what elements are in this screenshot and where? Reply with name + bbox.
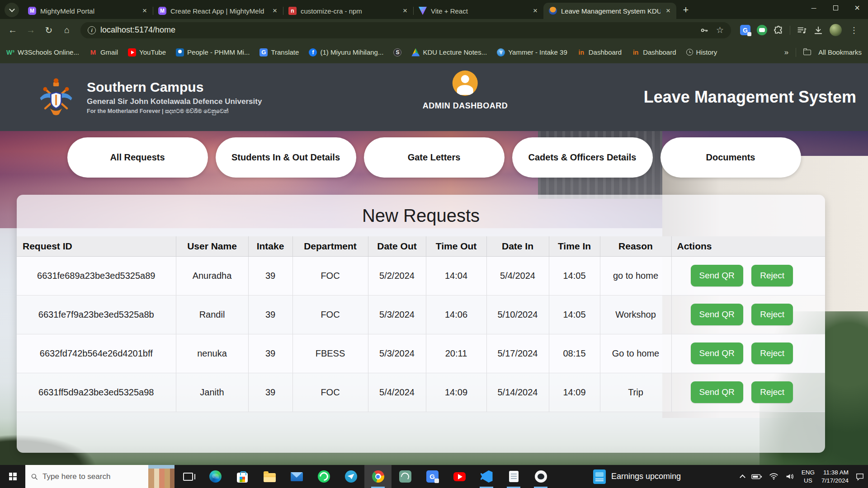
send-qr-button[interactable]: Send QR [691,304,743,325]
close-button[interactable]: × [846,0,868,15]
taskbar-vscode-icon[interactable] [473,465,500,488]
search-highlight-image[interactable] [148,465,175,488]
reject-button[interactable]: Reject [751,381,793,403]
column-header-date-out: Date Out [368,236,426,256]
browser-tab-customize-cra-npm[interactable]: customize-cra - npm × [283,3,413,19]
nav-pill-gate-letters[interactable]: Gate Letters [364,137,505,178]
taskbar-notepad-icon[interactable] [500,465,527,488]
bookmark-w3schools-online[interactable]: W3Schools Online... [6,48,79,56]
column-header-department: Department [292,236,368,256]
chatgpt-glyph-icon [399,470,411,483]
new-tab-button[interactable]: + [679,3,693,17]
tray-chevron-up-icon[interactable] [740,474,745,480]
reload-button[interactable]: ↻ [41,22,57,38]
admin-avatar[interactable] [453,70,478,96]
taskbar-chrome-icon[interactable] [364,465,392,488]
taskbar-telegram-icon[interactable] [337,465,364,488]
bookmark-label: Dashboard [589,48,622,56]
all-bookmarks-label[interactable]: All Bookmarks [818,48,862,56]
bookmark-star-icon[interactable]: ☆ [716,25,724,35]
browser-tab-create-react-app-mightymeld[interactable]: Create React App | MightyMeld × [153,3,283,19]
tab-title: Leave Management System KDU [561,7,660,15]
assistant-extension-icon[interactable] [757,25,767,35]
taskbar-store-icon[interactable] [229,465,256,488]
site-info-icon[interactable]: i [88,26,96,34]
nav-pill-students-in-out-details[interactable]: Students In & Out Details [216,137,356,178]
menu-kebab-icon[interactable]: ⋮ [848,25,860,35]
extensions-puzzle-icon[interactable] [774,25,783,35]
nav-pills: All RequestsStudents In & Out DetailsGat… [0,137,868,178]
password-key-icon[interactable] [699,26,709,35]
translate-glyph-icon [426,470,439,483]
tab-close-icon[interactable]: × [271,6,278,15]
bookmark-history[interactable]: History [686,48,717,56]
cell-reason: Workshop [600,295,671,334]
wifi-icon[interactable] [769,473,778,480]
home-button[interactable]: ⌂ [59,22,75,38]
yammer-icon [497,48,505,56]
media-controls-icon[interactable] [797,26,807,35]
send-qr-button[interactable]: Send QR [691,343,743,364]
tab-close-icon[interactable]: × [141,6,148,15]
bookmark-kdu-lecture-notes[interactable]: KDU Lecture Notes... [411,48,487,56]
bookmark-dashboard[interactable]: Dashboard [577,48,622,56]
column-header-time-in: Time In [549,236,600,256]
reject-button[interactable]: Reject [751,304,793,325]
minimize-button[interactable]: ─ [803,0,825,15]
notification-center-icon[interactable] [855,473,864,481]
bookmark-translate[interactable]: Translate [259,48,299,56]
taskbar-search[interactable] [25,465,148,488]
start-button[interactable] [0,465,25,488]
bookmark-globe[interactable] [393,48,401,56]
taskbar-task-view-icon[interactable] [175,465,202,488]
address-bar[interactable]: i localhost:5174/home ☆ [80,22,731,38]
bookmark-people-phmm-mi[interactable]: People - PHMM Mi... [176,48,250,56]
browser-tab-mightymeld-portal[interactable]: MightyMeld Portal × [23,3,153,19]
taskbar-edge-icon[interactable] [202,465,229,488]
clock[interactable]: 11:38 AM 7/17/2024 [821,469,849,484]
bookmark-1-miyuru-mihilang[interactable]: (1) Miyuru Mihilang... [309,48,383,56]
mail-glyph-icon [291,472,303,481]
bookmark-gmail[interactable]: Gmail [89,48,118,56]
taskbar-github-icon[interactable] [527,465,554,488]
bookmarks-right: » All Bookmarks [784,48,862,57]
profile-avatar[interactable] [830,24,842,36]
tab-search-button[interactable] [5,3,19,17]
reject-button[interactable]: Reject [751,265,793,286]
send-qr-button[interactable]: Send QR [691,265,743,286]
downloads-icon[interactable] [813,26,823,35]
cell-id: 6632fd742b564e26d4201bff [17,334,176,373]
tab-close-icon[interactable]: × [532,6,539,15]
browser-tab-vite-react[interactable]: Vite + React × [413,3,543,19]
bookmark-youtube[interactable]: YouTube [128,48,166,56]
news-widget[interactable]: Earnings upcoming [586,465,688,488]
taskbar-whatsapp-icon[interactable] [310,465,337,488]
taskbar-chatgpt-icon[interactable] [392,465,419,488]
nav-pill-all-requests[interactable]: All Requests [67,137,208,178]
tab-close-icon[interactable]: × [665,6,672,15]
back-button[interactable]: ← [5,22,21,38]
speaker-icon[interactable] [785,473,795,480]
bookmark-yammer-intake-39[interactable]: Yammer - Intake 39 [497,48,567,56]
cell-department: FOC [292,373,368,412]
earnings-widget-icon [593,469,606,484]
send-qr-button[interactable]: Send QR [691,381,743,403]
nav-pill-documents[interactable]: Documents [660,137,801,178]
nav-pill-cadets-officers-details[interactable]: Cadets & Officers Details [512,137,653,178]
bookmark-dashboard[interactable]: Dashboard [632,48,676,56]
taskbar-youtube-icon[interactable] [446,465,473,488]
taskbar-translate-icon[interactable] [419,465,446,488]
maximize-button[interactable] [825,0,846,15]
tab-close-icon[interactable]: × [401,6,409,15]
battery-icon[interactable] [751,474,762,480]
taskbar-mail-icon[interactable] [283,465,310,488]
browser-tab-leave-management-system-kdu[interactable]: Leave Management System KDU × [543,3,676,19]
language-indicator[interactable]: ENG US [802,469,815,484]
browser-toolbar: ← → ↻ ⌂ i localhost:5174/home ☆ G ⋮ [0,19,868,41]
translate-extension-icon[interactable]: G [740,25,750,35]
bookmarks-overflow-icon[interactable]: » [784,48,788,57]
search-input[interactable] [42,472,143,481]
taskbar-file-explorer-icon[interactable] [256,465,283,488]
reject-button[interactable]: Reject [751,343,793,364]
forward-button[interactable]: → [23,22,39,38]
